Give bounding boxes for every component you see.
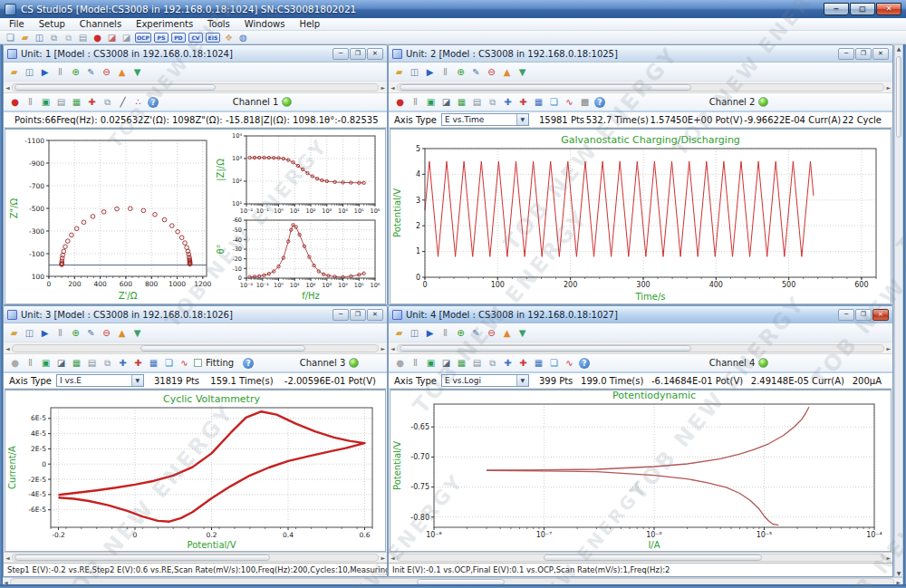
- unit3-minimize-button[interactable]: [333, 309, 349, 321]
- curve-icon[interactable]: ∿: [178, 357, 190, 369]
- pd-technique-button[interactable]: PD: [171, 33, 186, 43]
- scroll-right-icon[interactable]: ►: [381, 84, 385, 91]
- move-icon[interactable]: ✚: [502, 357, 514, 369]
- pause-icon[interactable]: Ⅱ: [410, 357, 421, 369]
- fitting-checkbox[interactable]: [194, 359, 202, 367]
- unit4-restore-button[interactable]: [855, 309, 872, 321]
- new-file-icon[interactable]: ❏: [5, 32, 16, 43]
- edit-icon[interactable]: ✎: [85, 66, 97, 78]
- copy-icon[interactable]: ⧉: [101, 96, 113, 108]
- unit1-restore-button[interactable]: [350, 48, 366, 60]
- rec-green-icon[interactable]: ▣: [40, 357, 52, 369]
- open-folder-icon[interactable]: ▰: [8, 66, 20, 78]
- pause-icon[interactable]: Ⅱ: [54, 66, 66, 78]
- image-icon[interactable]: ▦: [456, 357, 467, 369]
- scroll-right-icon[interactable]: ►: [886, 84, 891, 91]
- scroll-down-icon[interactable]: ▼: [897, 570, 901, 576]
- unit1-close-button[interactable]: [367, 48, 383, 60]
- close-button[interactable]: [876, 3, 901, 15]
- play-icon[interactable]: ▶: [424, 66, 436, 78]
- axis-type-select[interactable]: E vs.Logi: [441, 374, 529, 387]
- scroll-up-icon[interactable]: ▲: [897, 45, 901, 52]
- remove-icon[interactable]: ⊖: [101, 327, 112, 339]
- printer-icon[interactable]: ▤: [471, 357, 483, 369]
- unit1-hscrollbar[interactable]: ◄►: [4, 82, 387, 93]
- help-icon[interactable]: ?: [243, 358, 254, 369]
- menu-item[interactable]: Setup: [32, 19, 72, 29]
- scroll-left-icon[interactable]: ◄: [5, 554, 10, 561]
- curve-icon[interactable]: ∿: [564, 357, 575, 369]
- palette-icon[interactable]: ▩: [579, 96, 591, 108]
- save-icon[interactable]: ◫: [409, 66, 420, 78]
- pause-icon[interactable]: Ⅱ: [439, 327, 451, 339]
- upload-icon[interactable]: ▲: [116, 66, 128, 78]
- upload-icon[interactable]: ▲: [501, 66, 513, 78]
- copy-icon[interactable]: ⧉: [48, 32, 60, 43]
- copy-icon[interactable]: ⧉: [101, 357, 113, 369]
- unit3-chart-scrollbar[interactable]: ◄►: [4, 552, 387, 563]
- unit3-close-button[interactable]: [367, 309, 383, 321]
- upload-icon[interactable]: ▲: [116, 327, 128, 339]
- axis-type-select[interactable]: E vs.Time: [441, 113, 529, 126]
- rec-green-icon[interactable]: ▣: [425, 96, 437, 108]
- image-icon[interactable]: ▦: [71, 96, 82, 108]
- chart-window-icon[interactable]: ◪: [120, 32, 132, 43]
- open-folder-icon[interactable]: ▰: [8, 327, 20, 339]
- axis-type-select[interactable]: I vs.E: [56, 374, 144, 387]
- printer-icon[interactable]: ▤: [55, 96, 67, 108]
- mdi-vertical-scrollbar[interactable]: ▲▼: [894, 44, 903, 577]
- remove-icon[interactable]: ⊖: [486, 66, 497, 78]
- scroll-left-icon[interactable]: ◄: [5, 345, 10, 352]
- edit-icon[interactable]: ✎: [470, 327, 482, 339]
- remove-icon[interactable]: ⊖: [486, 327, 497, 339]
- chart-icon[interactable]: ◪: [440, 357, 452, 369]
- download-icon[interactable]: ▼: [516, 327, 528, 339]
- add-icon[interactable]: ⊕: [70, 327, 82, 339]
- open-folder-icon[interactable]: ▰: [393, 66, 405, 78]
- unit4-titlebar[interactable]: Unit: 4 [Model : CS3008 in 192.168.0.18:…: [389, 306, 892, 323]
- pen-icon[interactable]: ╱: [117, 96, 129, 108]
- unit1-minimize-button[interactable]: [333, 48, 349, 60]
- rec-red-icon[interactable]: ●: [9, 96, 21, 108]
- unit4-hscrollbar[interactable]: ◄►: [389, 342, 892, 354]
- unit2-hscrollbar[interactable]: ◄►: [389, 82, 892, 93]
- stop-icon[interactable]: ●: [92, 32, 103, 43]
- curve-icon[interactable]: ∿: [564, 96, 575, 108]
- save-icon[interactable]: ◫: [24, 66, 35, 78]
- comment-icon[interactable]: ❏: [163, 357, 175, 369]
- globe-icon[interactable]: ◍: [237, 32, 249, 43]
- add-icon[interactable]: ⊕: [455, 327, 467, 339]
- rec-green-icon[interactable]: ▣: [40, 96, 52, 108]
- pause-icon[interactable]: Ⅱ: [24, 96, 36, 108]
- chart-red-icon[interactable]: ◪: [106, 32, 118, 43]
- unit3-hscrollbar[interactable]: ◄►: [4, 342, 387, 354]
- table-icon[interactable]: ▦: [533, 96, 545, 108]
- copy-icon[interactable]: ⧉: [487, 357, 498, 369]
- image-icon[interactable]: ▦: [456, 96, 467, 108]
- save-icon[interactable]: ◫: [34, 32, 45, 43]
- comment-icon[interactable]: ❏: [548, 96, 560, 108]
- unit4-close-button[interactable]: [872, 309, 889, 321]
- table-icon[interactable]: ▦: [148, 357, 159, 369]
- open-folder-icon[interactable]: ▰: [19, 32, 31, 43]
- remove-icon[interactable]: ⊖: [101, 66, 112, 78]
- points-icon[interactable]: ∴: [132, 96, 144, 108]
- open-folder-icon[interactable]: ▰: [393, 327, 405, 339]
- play-icon[interactable]: ▶: [424, 327, 436, 339]
- add-icon[interactable]: ⊕: [70, 66, 82, 78]
- scroll-right-icon[interactable]: ►: [886, 345, 891, 352]
- menu-item[interactable]: Help: [292, 19, 327, 29]
- menu-item[interactable]: File: [2, 19, 32, 29]
- unit2-minimize-button[interactable]: [838, 48, 854, 60]
- duplicate-icon[interactable]: ⧉: [63, 32, 74, 43]
- download-icon[interactable]: ▼: [131, 66, 143, 78]
- maximize-button[interactable]: [850, 3, 875, 15]
- scroll-right-icon[interactable]: ►: [381, 345, 385, 352]
- menu-item[interactable]: Windows: [237, 19, 293, 29]
- unit4-chart-scrollbar[interactable]: ◄►: [389, 552, 892, 563]
- scroll-left-icon[interactable]: ◄: [5, 84, 10, 91]
- ps-technique-button[interactable]: PS: [154, 33, 169, 43]
- chart-icon[interactable]: ◪: [55, 357, 67, 369]
- pause-icon[interactable]: Ⅱ: [439, 66, 451, 78]
- rec-gray-icon[interactable]: ●: [9, 357, 21, 369]
